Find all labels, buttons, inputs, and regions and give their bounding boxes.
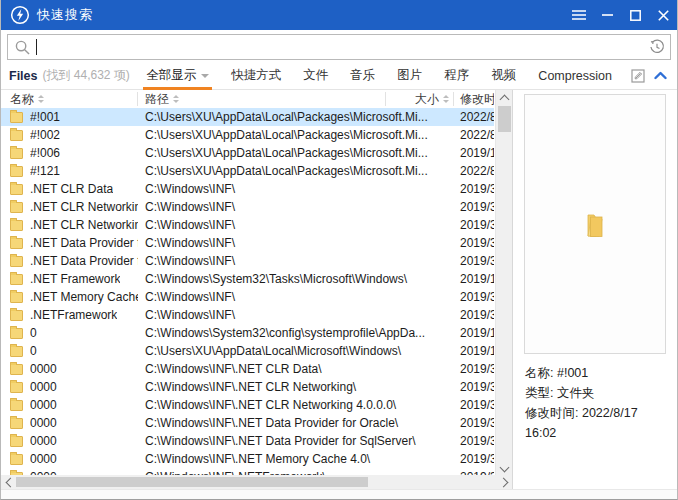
table-row[interactable]: 0000C:\Windows\INF\.NET CLR Data\2019/3/ [1, 360, 494, 378]
search-box[interactable] [7, 34, 671, 60]
table-row[interactable]: .NET Data Provider for...C:\Windows\INF\… [1, 252, 494, 270]
folder-icon [10, 310, 23, 321]
tab-音乐[interactable]: 音乐 [339, 62, 386, 90]
results-list-pane: 名称 路径 大小 修改时 #!001C:\Users\XU\A [1, 90, 512, 489]
title-bar: 快速搜索 [1, 0, 677, 30]
cell-path: C:\Windows\INF\.NET Data Provider for Sq… [138, 434, 454, 448]
edit-filters-button[interactable] [627, 65, 649, 87]
menu-button[interactable] [565, 0, 593, 30]
minimize-icon [602, 14, 613, 16]
folder-icon [10, 328, 23, 339]
column-header-modified[interactable]: 修改时 [454, 92, 494, 106]
cell-modified-date: 2019/3/ [454, 236, 494, 250]
tab-Compression[interactable]: Compression [527, 62, 623, 90]
horizontal-scrollbar[interactable] [1, 475, 512, 489]
table-row[interactable]: #!121C:\Users\XU\AppData\Local\Packages\… [1, 162, 494, 180]
column-header-size[interactable]: 大小 [386, 92, 454, 106]
cell-name: .NET CLR Networking 4... [1, 218, 138, 232]
cell-path: C:\Windows\INF\ [138, 236, 454, 250]
scroll-right-button[interactable] [497, 475, 512, 489]
vertical-scrollbar[interactable] [495, 90, 512, 476]
maximize-icon [630, 10, 641, 21]
tab-show-all[interactable]: 全部显示 [135, 62, 220, 90]
minimize-button[interactable] [593, 0, 621, 30]
list-header: 名称 路径 大小 修改时 [1, 90, 494, 108]
scroll-up-button[interactable] [496, 90, 513, 105]
cell-modified-date: 2019/3/ [454, 380, 494, 394]
table-row[interactable]: 0000C:\Windows\INF\.NET CLR Networking 4… [1, 396, 494, 414]
table-row[interactable]: .NET FrameworkC:\Windows\System32\Tasks\… [1, 270, 494, 288]
tab-图片[interactable]: 图片 [386, 62, 433, 90]
table-row[interactable]: 0000C:\Windows\INF\.NET Memory Cache 4.0… [1, 450, 494, 468]
cell-modified-date: 2019/3/ [454, 218, 494, 232]
main-area: 名称 路径 大小 修改时 #!001C:\Users\XU\A [1, 90, 677, 489]
dropdown-triangle-icon[interactable] [201, 74, 209, 78]
tab-文件[interactable]: 文件 [292, 62, 339, 90]
collapse-panel-button[interactable] [649, 65, 671, 87]
table-row[interactable]: .NETFrameworkC:\Windows\INF\2019/3/ [1, 306, 494, 324]
tab-快捷方式[interactable]: 快捷方式 [220, 62, 292, 90]
maximize-button[interactable] [621, 0, 649, 30]
table-row[interactable]: .NET CLR DataC:\Windows\INF\2019/3/ [1, 180, 494, 198]
filter-tabs: 全部显示快捷方式文件音乐图片程序视频Compression [135, 62, 623, 90]
search-history-button[interactable] [644, 35, 670, 59]
chevron-right-icon [498, 477, 508, 487]
table-row[interactable]: .NET CLR NetworkingC:\Windows\INF\2019/3… [1, 198, 494, 216]
cell-path: C:\Users\XU\AppData\Local\Packages\Micro… [138, 146, 454, 160]
cell-path: C:\Windows\INF\ [138, 254, 454, 268]
tabbar-icons [627, 65, 671, 87]
folder-icon [10, 436, 23, 447]
cell-name: #!121 [1, 164, 138, 178]
cell-name: 0000 [1, 416, 138, 430]
detail-line: 修改时间: 2022/8/17 16:02 [525, 403, 665, 443]
cell-modified-date: 2019/11 [454, 146, 494, 160]
folder-preview-icon [582, 209, 608, 239]
cell-path: C:\Windows\System32\Tasks\Microsoft\Wind… [138, 272, 454, 286]
folder-icon [10, 382, 23, 393]
cell-path: C:\Users\XU\AppData\Local\Packages\Micro… [138, 128, 454, 142]
app-logo-lightning-icon [10, 5, 30, 25]
cell-modified-date: 2019/3/ [454, 362, 494, 376]
table-row[interactable]: 0000C:\Windows\INF\.NET Data Provider fo… [1, 432, 494, 450]
chevron-left-icon [5, 477, 15, 487]
folder-icon [10, 346, 23, 357]
table-row[interactable]: .NET Memory Cache 4.0C:\Windows\INF\2019… [1, 288, 494, 306]
table-row[interactable]: 0C:\Users\XU\AppData\Local\Microsoft\Win… [1, 342, 494, 360]
cell-name: 0000 [1, 362, 138, 376]
folder-icon [10, 292, 23, 303]
cell-modified-date: 2022/8/ [454, 128, 494, 142]
search-input[interactable] [37, 36, 644, 58]
cell-path: C:\Windows\System32\config\systemprofile… [138, 326, 454, 340]
hamburger-icon [572, 10, 586, 20]
scroll-down-button[interactable] [496, 461, 513, 476]
table-row[interactable]: #!001C:\Users\XU\AppData\Local\Packages\… [1, 108, 494, 126]
close-button[interactable] [649, 0, 677, 30]
horizontal-scroll-thumb[interactable] [16, 477, 368, 487]
table-row[interactable]: .NET Data Provider for...C:\Windows\INF\… [1, 234, 494, 252]
cell-name: 0000 [1, 380, 138, 394]
cell-name: #!002 [1, 128, 138, 142]
cell-path: C:\Users\XU\AppData\Local\Packages\Micro… [138, 110, 454, 124]
chevron-up-icon [500, 94, 510, 104]
table-row[interactable]: 0C:\Windows\System32\config\systemprofil… [1, 324, 494, 342]
cell-name: .NET CLR Networking [1, 200, 138, 214]
tab-程序[interactable]: 程序 [433, 62, 480, 90]
tab-视频[interactable]: 视频 [480, 62, 527, 90]
folder-icon [10, 454, 23, 465]
folder-icon [10, 166, 23, 177]
table-row[interactable]: .NET CLR Networking 4...C:\Windows\INF\2… [1, 216, 494, 234]
column-header-name[interactable]: 名称 [1, 92, 138, 106]
vertical-scroll-thumb[interactable] [498, 106, 511, 132]
table-row[interactable]: 0000C:\Windows\INF\.NET CLR Networking\2… [1, 378, 494, 396]
cell-name: .NET Data Provider for... [1, 254, 138, 268]
column-header-path[interactable]: 路径 [138, 92, 386, 106]
table-row[interactable]: #!002C:\Users\XU\AppData\Local\Packages\… [1, 126, 494, 144]
cell-modified-date: 2019/3/ [454, 452, 494, 466]
table-row[interactable]: #!006C:\Users\XU\AppData\Local\Packages\… [1, 144, 494, 162]
folder-icon [10, 112, 23, 123]
scroll-left-button[interactable] [1, 475, 16, 489]
table-row[interactable]: 0000C:\Windows\INF\.NET Data Provider fo… [1, 414, 494, 432]
folder-icon [10, 418, 23, 429]
cell-path: C:\Windows\INF\ [138, 200, 454, 214]
history-clock-icon [649, 39, 665, 55]
